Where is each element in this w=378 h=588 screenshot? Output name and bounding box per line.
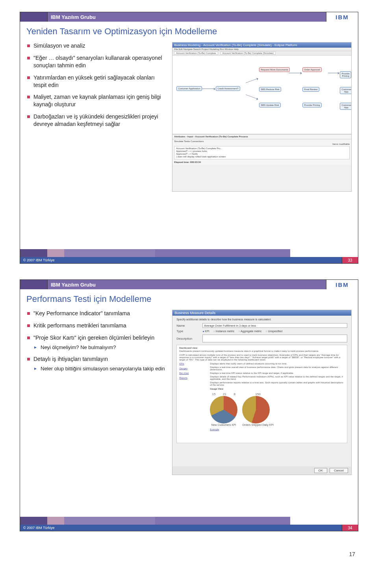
ibm-logo: IBM [326, 280, 358, 289]
slide-number: 33 [342, 257, 358, 263]
pie-chart-2 [242, 396, 270, 423]
embedded-screenshot: Business Modeling - Account Verification… [172, 42, 352, 192]
pie1-label: 15 [212, 392, 215, 396]
ibm-logo: IBM [326, 12, 358, 22]
flow-node: Final Review [302, 87, 319, 92]
dashboard-section: Dashboard view Dashboards present contin… [176, 345, 347, 443]
setting-label: Items modifiable [174, 143, 350, 145]
bullet: "Proje Skor Kartı" için gereken ölçümler… [26, 334, 167, 351]
process-canvas: Customer Application Credit Assessment? … [172, 55, 351, 134]
slide-title: Performans Testi için Modelleme [26, 294, 352, 304]
copyright: © 2007 IBM Türkiye [20, 525, 342, 531]
radio-unspecified[interactable]: Unspecified [265, 330, 282, 333]
flow-node: Provide Pricing [340, 71, 351, 78]
bullet-list: "Key Performance Indicator" tanımlama Kr… [26, 310, 167, 372]
setting: | does still display rolled back applcat… [176, 155, 348, 158]
flow-node: Customer App. [340, 87, 352, 94]
side-text: Displays a real-time overall view of bus… [210, 366, 345, 371]
side-link[interactable]: KPIs [179, 362, 207, 365]
sub-bullet: Neyi ölçmeliyim? Ne bulmalıyım? [33, 344, 167, 351]
bullet-list: Simülasyon ve analiz "Eğer … olsaydı" se… [26, 42, 167, 128]
flow-node: Credit Assessment? [216, 86, 240, 91]
dashboard-intro: Dashboards present continuously updated … [179, 350, 345, 352]
window-title: Business Modeling - Account Verification… [172, 43, 351, 48]
slide-2: IBM Yazılım Grubu IBM Performans Testi i… [20, 279, 358, 531]
desc-input[interactable] [202, 335, 347, 342]
slide-footer: © 2007 IBM Türkiye 34 [20, 517, 358, 531]
flow-node: SBS Update Risk [259, 103, 280, 107]
title-stub [20, 12, 48, 22]
title-stub [20, 280, 48, 289]
flow-node: Provide Pricing [302, 103, 321, 107]
example-link[interactable]: Example [210, 428, 345, 431]
bullet: Yatırımlardan en yüksek getiri sağlayaca… [26, 74, 167, 89]
gauge-title: Gauge View [210, 388, 345, 390]
cancel-button[interactable]: Cancel [330, 468, 348, 473]
radio-aggregate[interactable]: Aggregate metric [238, 330, 261, 333]
bullet-text: Detaylı iş ihtiyaçları tanımlayın [33, 356, 108, 362]
name-label: Name [176, 324, 200, 327]
flow-node: Request More Documents [259, 67, 290, 72]
setting: Approved? --> Notify [176, 153, 348, 155]
menu-bar: File Edit Navigate Search Project Modeli… [172, 48, 351, 51]
title-bar: IBM Yazılım Grubu IBM [20, 280, 358, 289]
dialog-title: Business Measure Details [172, 310, 351, 316]
flow-node: Order Approval [302, 67, 321, 72]
flow-node: Customer App. [340, 103, 352, 110]
bullet: Darboğazları ve iş yükündeki dengesizlik… [26, 113, 167, 128]
bullet: Simülasyon ve analiz [26, 42, 167, 50]
tabs-row: Simulate Tasks Connections [174, 140, 350, 142]
pie1-label: 8 [233, 392, 235, 396]
bullet: Kritik performans metrikleri tanımlama [26, 322, 167, 329]
slide-group: IBM Yazılım Grubu [48, 280, 326, 289]
slide-body: Yeniden Tasarım ve Optimizasyon için Mod… [20, 22, 358, 250]
side-text: Displays details of related Key Performa… [210, 375, 345, 380]
page-number: 17 [20, 547, 358, 557]
bullet: Maliyet, zaman ve kaynak planlaması için… [26, 93, 167, 108]
footer-decoration [20, 517, 358, 525]
side-link[interactable]: Gauges [179, 367, 207, 370]
dashboard-sidebar: KPIs Gauges Bar chart Reports [179, 362, 207, 431]
slide-body: Performans Testi için Modelleme "Key Per… [20, 289, 358, 518]
slide-footer: © 2007 IBM Türkiye 33 [20, 249, 358, 263]
name-input[interactable]: Average Order Fulfillment in 3 days or l… [202, 323, 347, 328]
copyright: © 2007 IBM Türkiye [20, 257, 342, 263]
side-text: Displays a real-time KPI status relative… [210, 372, 345, 374]
title-bar: IBM Yazılım Grubu IBM [20, 12, 358, 22]
side-text: Displays alerts that notify users of def… [210, 362, 345, 365]
type-label: Type [176, 329, 200, 333]
slide-title: Yeniden Tasarım ve Optimizasyon için Mod… [26, 26, 352, 37]
type-radio-group[interactable]: KPI Instance metric Aggregate metric Uns… [202, 330, 282, 333]
flow-node: Customer Application [176, 86, 202, 91]
pie2-label: 150 [255, 392, 260, 396]
bullet: "Key Performance Indicator" tanımlama [26, 310, 167, 317]
setting: Account Verification (To-Be) Complete Pr… [176, 147, 348, 150]
sub-bullet: Neler olup bittiğini simulasyon senaryol… [33, 365, 167, 372]
slide-group: IBM Yazılım Grubu [48, 12, 326, 22]
slide-1: IBM Yazılım Grubu IBM Yeniden Tasarım ve… [20, 12, 358, 264]
tab: Account Verification (To-Be) Complete (S… [220, 52, 276, 55]
attributes-panel: Attributes - Input - Account Verificatio… [172, 134, 351, 139]
panel-title: Attributes - Input - Account Verificatio… [174, 135, 350, 138]
pie1-label: 21 [223, 392, 226, 396]
dialog-buttons: OK Cancel [172, 466, 351, 475]
ok-button[interactable]: OK [314, 468, 328, 473]
desc-label: Description [176, 337, 200, 340]
dialog-subtitle: Specify additional details to describe h… [176, 318, 347, 321]
elapsed-time: Elapsed time: 000:03:34 [174, 161, 350, 163]
chart2-title: Orders Shipped Daily KPI [242, 423, 274, 426]
flow-node: SBS Reduce Risk [259, 87, 281, 92]
side-text: Displays performance reports relative to… [210, 381, 345, 386]
chart1-title: New Customers KPI [210, 423, 237, 426]
dashboard-header: Dashboard view [179, 347, 345, 349]
radio-instance[interactable]: Instance metric [213, 330, 235, 333]
radio-kpi[interactable]: KPI [202, 330, 209, 333]
kpi-note: A KPI is calculated across multiple runs… [179, 354, 345, 361]
side-link[interactable]: Reports [179, 377, 207, 379]
setting: Approved? --> | process forks [176, 150, 348, 152]
tab: Account Verification (To-Be) Complete [174, 52, 218, 55]
slide-number: 34 [342, 525, 358, 531]
bullet: Detaylı iş ihtiyaçları tanımlayın Neler … [26, 355, 167, 372]
side-link[interactable]: Bar chart [179, 372, 207, 374]
bullet-text: "Proje Skor Kartı" için gereken ölçümler… [33, 335, 154, 341]
